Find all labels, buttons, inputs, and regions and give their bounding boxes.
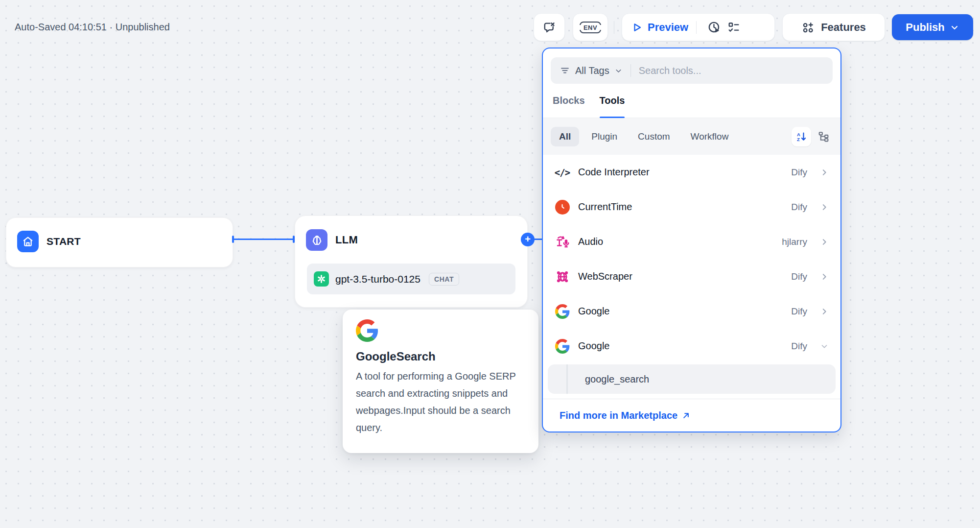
openai-icon (314, 271, 329, 287)
svg-text:Z: Z (797, 137, 800, 142)
run-history-button[interactable] (704, 18, 724, 37)
chevron-down-icon (820, 342, 829, 351)
model-name: gpt-3.5-turbo-0125 (335, 273, 420, 285)
search-divider (630, 64, 631, 77)
filter-lines-icon (560, 65, 570, 76)
checklist-icon (727, 21, 741, 34)
tree-view-icon (817, 130, 830, 143)
tool-provider: Dify (791, 167, 807, 178)
tool-type-filter: AllPluginCustomWorkflow A Z (543, 118, 840, 155)
tool-name: WebScraper (578, 271, 783, 282)
edge-start-llm (233, 239, 294, 240)
tool-provider: Dify (791, 271, 807, 282)
tool-name: Google (578, 340, 783, 352)
subtab-all[interactable]: All (551, 127, 579, 146)
tool-name: Audio (578, 236, 773, 247)
tool-name: Google (578, 306, 783, 317)
run-history-icon (707, 21, 721, 34)
clock-icon (555, 199, 570, 215)
tool-row-audio[interactable]: Audiohjlarry (551, 224, 833, 259)
code-interpreter-icon: </> (555, 165, 570, 180)
tags-filter-dropdown[interactable]: All Tags (560, 65, 623, 76)
tool-detail-title: GoogleSearch (356, 350, 525, 363)
subtab-workflow[interactable]: Workflow (682, 127, 737, 146)
node-title: LLM (335, 234, 358, 246)
google-logo-icon (356, 319, 525, 342)
publish-button[interactable]: Publish (892, 14, 973, 40)
chevron-down-icon (950, 23, 959, 32)
home-icon (17, 231, 39, 252)
audio-icon (555, 234, 570, 249)
tool-row-webscraper[interactable]: WebScraperDify (551, 259, 833, 294)
tool-provider: Dify (791, 341, 807, 352)
search-input[interactable] (639, 65, 824, 76)
annotation-icon (543, 21, 556, 34)
preview-button[interactable]: Preview (631, 21, 688, 34)
sort-az-button[interactable]: A Z (792, 127, 811, 146)
features-button[interactable]: Features (782, 13, 885, 41)
checklist-button[interactable] (724, 18, 744, 37)
tool-detail-card: GoogleSearch A tool for performing a Goo… (343, 310, 538, 453)
tool-row-currenttime[interactable]: CurrentTimeDify (551, 190, 833, 224)
google-logo-icon (555, 304, 570, 319)
subtab-custom[interactable]: Custom (630, 127, 678, 146)
node-title: START (47, 236, 81, 247)
subtabs-container: AllPluginCustomWorkflow (551, 127, 737, 146)
tool-detail-description: A tool for performing a Google SERP sear… (356, 368, 527, 436)
external-link-icon (681, 411, 691, 420)
chevron-right-icon (820, 168, 829, 177)
env-icon: ENV (580, 22, 601, 33)
subtool-label: google_search (585, 374, 649, 385)
webscraper-icon (555, 269, 570, 284)
panel-tabs: BlocksTools (543, 84, 840, 118)
block-selector-panel: All Tags BlocksTools AllPluginCustomWork… (542, 48, 841, 432)
tool-provider: Dify (791, 306, 807, 317)
toolbar-divider (614, 21, 614, 34)
tool-name: Code Interpreter (578, 167, 783, 178)
edge-handle[interactable] (293, 236, 295, 243)
chevron-right-icon (820, 272, 829, 281)
indent-guide (566, 364, 568, 394)
autosave-status: Auto-Saved 04:10:51 · Unpublished (15, 22, 170, 33)
tool-row-code-interpreter[interactable]: </>Code InterpreterDify (551, 155, 833, 190)
subtab-plugin[interactable]: Plugin (583, 127, 626, 146)
play-icon (631, 22, 643, 33)
svg-text:A: A (797, 131, 800, 137)
tab-blocks[interactable]: Blocks (553, 84, 585, 118)
group-view-button[interactable] (814, 127, 833, 146)
tool-name: CurrentTime (578, 201, 783, 213)
tool-list: </>Code InterpreterDifyCurrentTimeDifyAu… (543, 155, 840, 363)
tab-tools[interactable]: Tools (600, 84, 625, 118)
marketplace-link[interactable]: Find more in Marketplace (560, 410, 691, 421)
env-button[interactable]: ENV (573, 13, 608, 41)
tool-provider: hjlarry (782, 237, 807, 247)
features-icon (801, 21, 815, 34)
chevron-right-icon (820, 307, 829, 316)
llm-node[interactable]: LLM gpt-3.5-turbo-0125 CHAT (295, 216, 528, 308)
chevron-right-icon (820, 203, 829, 212)
brain-icon (306, 229, 327, 251)
tool-row-google[interactable]: GoogleDify (551, 294, 833, 329)
start-node[interactable]: START (6, 217, 233, 267)
run-controls-group: Preview (622, 13, 775, 41)
tool-provider: Dify (791, 202, 807, 213)
model-mode-badge: CHAT (429, 273, 459, 286)
annotation-button[interactable] (534, 13, 565, 41)
sort-az-icon: A Z (795, 131, 807, 143)
chevron-right-icon (820, 238, 829, 246)
google-logo-icon (555, 338, 570, 354)
search-bar: All Tags (551, 57, 833, 84)
add-node-button[interactable]: + (521, 233, 535, 246)
chevron-down-icon (614, 67, 623, 75)
pill-divider (696, 21, 697, 34)
panel-footer: Find more in Marketplace (543, 399, 840, 432)
subtool-row-google-search[interactable]: google_search (548, 364, 836, 394)
model-selector[interactable]: gpt-3.5-turbo-0125 CHAT (307, 264, 515, 294)
tool-row-google[interactable]: GoogleDify (551, 329, 833, 363)
